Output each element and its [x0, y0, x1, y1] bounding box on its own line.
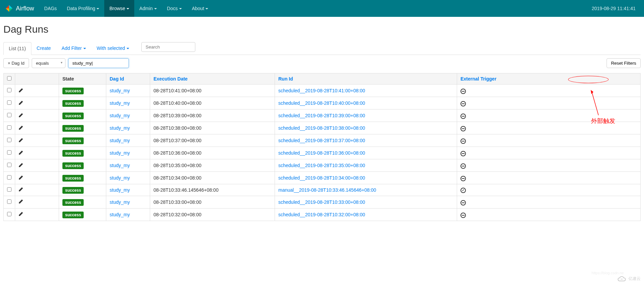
brand[interactable]: Airflow — [5, 4, 34, 12]
state-badge: success — [62, 137, 84, 144]
header-dag-id[interactable]: Dag Id — [106, 73, 150, 85]
row-checkbox[interactable] — [7, 88, 11, 92]
server-time: 2019-08-29 11:41:41 — [592, 6, 639, 11]
edit-icon[interactable] — [19, 126, 23, 131]
edit-icon[interactable] — [19, 101, 23, 106]
table-row: success study_my 08-28T10:35:00+08:00 sc… — [4, 159, 641, 172]
nav-item-data-profiling[interactable]: Data Profiling — [62, 0, 104, 17]
edit-icon[interactable] — [19, 187, 23, 193]
row-checkbox[interactable] — [7, 100, 11, 105]
dag-id-link[interactable]: study_my — [110, 138, 130, 143]
row-checkbox[interactable] — [7, 125, 11, 130]
nav-item-docs[interactable]: Docs — [162, 0, 187, 17]
table-row: success study_my 08-28T10:40:00+08:00 sc… — [4, 97, 641, 109]
row-checkbox[interactable] — [7, 212, 11, 216]
edit-icon[interactable] — [19, 88, 23, 94]
run-id-link[interactable]: manual__2019-08-28T10:33:46.145646+08:00 — [278, 187, 376, 193]
airflow-logo-icon — [5, 4, 13, 12]
run-id-link[interactable]: scheduled__2019-08-28T10:36:00+08:00 — [278, 150, 365, 156]
dag-id-link[interactable]: study_my — [110, 88, 130, 93]
row-checkbox[interactable] — [7, 150, 11, 155]
table-row: success study_my 08-28T10:39:00+08:00 sc… — [4, 109, 641, 122]
row-checkbox[interactable] — [7, 175, 11, 180]
select-all-checkbox[interactable] — [7, 76, 11, 81]
dag-id-link[interactable]: study_my — [110, 150, 130, 156]
header-run-id[interactable]: Run Id — [275, 73, 457, 85]
state-badge: success — [62, 212, 84, 218]
run-id-link[interactable]: scheduled__2019-08-28T10:33:00+08:00 — [278, 199, 365, 205]
state-badge: success — [62, 162, 84, 169]
dag-id-link[interactable]: study_my — [110, 113, 130, 118]
minus-circle-icon — [460, 89, 466, 94]
caret-icon — [96, 6, 99, 11]
execution-date-cell: 08-28T10:34:00+08:00 — [150, 172, 275, 184]
table-row: success study_my 08-28T10:33:46.145646+0… — [4, 184, 641, 196]
edit-icon[interactable] — [19, 138, 23, 144]
state-badge: success — [62, 187, 84, 194]
minus-circle-icon — [460, 163, 466, 169]
run-id-link[interactable]: scheduled__2019-08-28T10:38:00+08:00 — [278, 125, 365, 131]
filter-value-input[interactable] — [68, 58, 129, 68]
run-id-link[interactable]: scheduled__2019-08-28T10:40:00+08:00 — [278, 100, 365, 106]
nav-item-browse[interactable]: Browse — [104, 0, 134, 17]
caret-icon — [179, 6, 182, 11]
dag-id-link[interactable]: study_my — [110, 212, 130, 217]
state-badge: success — [62, 113, 84, 119]
tab-create[interactable]: Create — [31, 42, 56, 55]
row-checkbox[interactable] — [7, 113, 11, 117]
page-title: Dag Runs — [3, 24, 641, 35]
row-checkbox[interactable] — [7, 187, 11, 192]
dag-id-link[interactable]: study_my — [110, 187, 130, 193]
minus-circle-icon — [460, 126, 466, 131]
row-checkbox[interactable] — [7, 138, 11, 142]
toolbar: List (11) Create Add Filter With selecte… — [3, 42, 641, 55]
dag-id-link[interactable]: study_my — [110, 125, 130, 131]
dag-id-link[interactable]: study_my — [110, 163, 130, 168]
caret-icon — [127, 45, 129, 51]
check-circle-icon — [460, 188, 466, 193]
reset-filters-button[interactable]: Reset Filters — [607, 58, 641, 68]
tab-with-selected[interactable]: With selected — [91, 42, 135, 55]
table-row: success study_my 08-28T10:37:00+08:00 sc… — [4, 134, 641, 147]
row-checkbox[interactable] — [7, 163, 11, 167]
row-checkbox[interactable] — [7, 199, 11, 204]
run-id-link[interactable]: scheduled__2019-08-28T10:37:00+08:00 — [278, 138, 365, 143]
run-id-link[interactable]: scheduled__2019-08-28T10:32:00+08:00 — [278, 212, 365, 217]
dag-runs-table: State Dag Id Execution Date Run Id Exter… — [3, 73, 641, 221]
state-badge: success — [62, 88, 84, 94]
nav-item-admin[interactable]: Admin — [134, 0, 162, 17]
dag-id-link[interactable]: study_my — [110, 199, 130, 205]
state-badge: success — [62, 150, 84, 157]
table-row: success study_my 08-28T10:36:00+08:00 sc… — [4, 147, 641, 159]
nav-item-dags[interactable]: DAGs — [39, 0, 62, 17]
run-id-link[interactable]: scheduled__2019-08-28T10:39:00+08:00 — [278, 113, 365, 118]
tab-add-filter[interactable]: Add Filter — [56, 42, 91, 55]
search-input[interactable] — [141, 42, 195, 52]
edit-icon[interactable] — [19, 151, 23, 156]
header-external-trigger[interactable]: External Trigger — [457, 73, 641, 85]
execution-date-cell: 08-28T10:39:00+08:00 — [150, 109, 275, 122]
dag-id-link[interactable]: study_my — [110, 100, 130, 106]
edit-icon[interactable] — [19, 212, 23, 217]
run-id-link[interactable]: scheduled__2019-08-28T10:41:00+08:00 — [278, 88, 365, 93]
filter-tag-dagid[interactable]: × Dag Id — [3, 58, 29, 68]
caret-icon — [154, 6, 157, 11]
execution-date-cell: 08-28T10:37:00+08:00 — [150, 134, 275, 147]
edit-icon[interactable] — [19, 163, 23, 168]
edit-icon[interactable] — [19, 199, 23, 205]
dag-id-link[interactable]: study_my — [110, 175, 130, 181]
table-row: success study_my 08-28T10:32:00+08:00 sc… — [4, 208, 641, 221]
execution-date-cell: 08-28T10:35:00+08:00 — [150, 159, 275, 172]
tab-list[interactable]: List (11) — [3, 42, 31, 55]
minus-circle-icon — [460, 200, 466, 205]
edit-icon[interactable] — [19, 113, 23, 119]
edit-icon[interactable] — [19, 176, 23, 181]
minus-circle-icon — [460, 213, 466, 218]
state-badge: success — [62, 199, 84, 206]
table-row: success study_my 08-28T10:38:00+08:00 sc… — [4, 122, 641, 134]
nav-item-about[interactable]: About — [187, 0, 214, 17]
filter-operator-select[interactable]: equals — [32, 58, 65, 68]
run-id-link[interactable]: scheduled__2019-08-28T10:34:00+08:00 — [278, 175, 365, 181]
run-id-link[interactable]: scheduled__2019-08-28T10:35:00+08:00 — [278, 163, 365, 168]
header-execution-date[interactable]: Execution Date — [150, 73, 275, 85]
